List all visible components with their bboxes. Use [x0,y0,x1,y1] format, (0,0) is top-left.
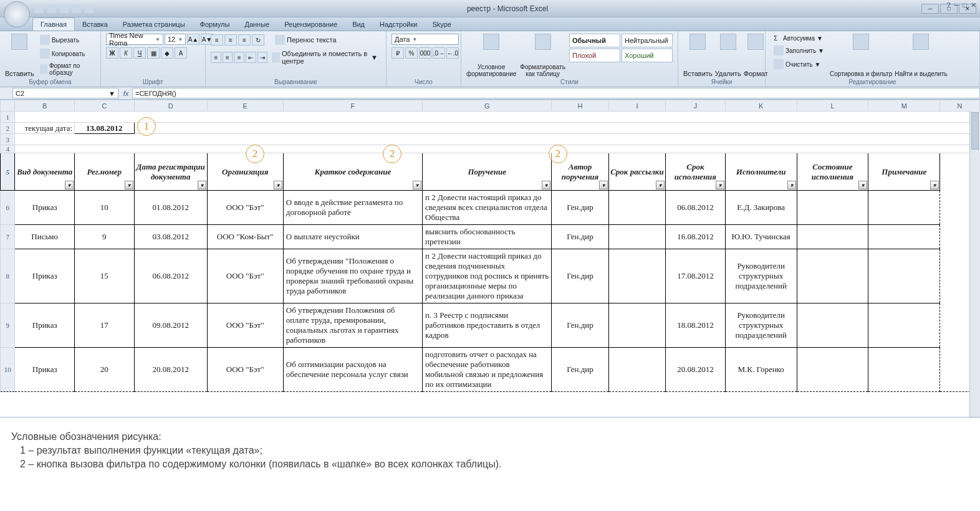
filter-btn-prim[interactable]: ▾ [930,181,939,189]
hdr-dreg[interactable]: Дата регистрации документа▾ [134,153,207,191]
cell[interactable] [608,303,665,348]
close-doc-icon[interactable]: ✕ [971,1,976,9]
row-hdr-1[interactable]: 1 [1,112,15,123]
current-date-label[interactable]: текущая дата: [15,123,75,134]
hdr-prim[interactable]: Примечание▾ [868,153,940,191]
cell[interactable]: 17 [75,303,135,348]
cell[interactable]: Об утверждении "Положения о порядке обуч… [283,249,422,303]
current-date-value[interactable]: 13.08.2012 [75,123,135,134]
cell[interactable]: Руководители структурных подразделений [725,303,797,348]
tab-home[interactable]: Главная [32,17,75,31]
hdr-srok[interactable]: Срок исполнения▾ [666,153,726,191]
cell[interactable]: Об оптимизации расходов на обеспечение п… [283,348,422,392]
cell[interactable]: 20.08.2012 [134,348,207,392]
orientation-icon[interactable]: ↻ [252,34,264,45]
cell[interactable] [868,249,940,303]
cell[interactable]: 09.08.2012 [134,303,207,348]
cell[interactable]: Приказ [15,348,75,392]
formula-input[interactable]: =СЕГОДНЯ() [132,88,980,98]
cell[interactable]: Письмо [15,225,75,249]
cell[interactable]: 17.08.2012 [666,249,726,303]
cell[interactable]: подготовить отчет о расходах на обеспече… [423,348,552,392]
cell[interactable]: 9 [75,225,135,249]
paste-button[interactable]: Вставить [5,70,34,77]
hdr-org[interactable]: Организация▾ [207,153,283,191]
cell[interactable] [608,348,665,392]
hdr-nom[interactable]: Рег.номер▾ [75,153,135,191]
worksheet-grid[interactable]: 1 2 2 2 B C D E F G H I J K [0,100,980,418]
wrap-text-button[interactable]: Перенос текста [272,34,340,46]
delete-cells-button[interactable]: Удалить [715,70,741,77]
col-K[interactable]: K [725,100,797,112]
filter-btn-vid[interactable]: ▾ [65,181,74,189]
cell[interactable]: 20.08.2012 [666,348,726,392]
cell[interactable]: 03.08.2012 [134,225,207,249]
cell[interactable] [797,249,868,303]
col-G[interactable]: G [423,100,552,112]
cell[interactable]: выяснить обоснованность претензии [423,225,552,249]
cell[interactable]: 15 [75,249,135,303]
cell[interactable]: Об утверждении Положения об оплате труда… [283,303,422,348]
cell[interactable]: п 2 Довести настоящий приказ до сведения… [423,249,552,303]
format-table-button[interactable]: Форматировать как таблицу [519,64,567,77]
indent-dec-icon[interactable]: ⇤ [246,52,256,63]
autosum-button[interactable]: Σ Автосумма▼ [771,34,827,43]
tab-addins[interactable]: Надстройки [372,18,425,31]
cell[interactable] [868,225,940,249]
redo-icon[interactable] [60,4,69,13]
cell[interactable]: О вводе в действие регламента по договор… [283,191,422,225]
filter-btn-isp[interactable]: ▾ [787,181,796,189]
name-box[interactable]: C2▼ [12,88,118,98]
cell[interactable]: Ген.дир [552,249,608,303]
insert-cells-icon[interactable] [689,34,706,50]
delete-cells-icon[interactable] [720,34,736,50]
cell[interactable]: Приказ [15,303,75,348]
copy-button[interactable]: Копировать [37,47,95,60]
vertical-scrollbar[interactable] [969,111,980,417]
cell[interactable]: 16.08.2012 [666,225,726,249]
hdr-sost[interactable]: Состояние исполнения▾ [797,153,868,191]
cell[interactable]: Приказ [15,191,75,225]
row-hdr[interactable]: 6 [1,191,15,225]
cell[interactable]: 06.08.2012 [134,249,207,303]
fx-icon[interactable]: fx [120,90,132,97]
cell[interactable] [868,303,940,348]
grow-font-icon[interactable]: A▲ [187,34,199,45]
filter-btn-org[interactable]: ▾ [274,181,282,189]
col-M[interactable]: M [868,100,940,112]
style-normal[interactable]: Обычный [569,34,620,47]
cell[interactable]: п. 3 Реестр с подписями работников предо… [423,303,552,348]
cell[interactable]: Ген.дир [552,191,608,225]
hdr-kratkoe[interactable]: Краткое содержание▾ [283,153,422,191]
cell[interactable]: О выплате неустойки [283,225,422,249]
hdr-rassylka[interactable]: Срок рассылки▾ [608,153,665,191]
cell[interactable]: 10 [75,191,135,225]
italic-button[interactable]: К [120,47,132,59]
cell[interactable]: 06.08.2012 [666,191,726,225]
col-J[interactable]: J [666,100,726,112]
bold-button[interactable]: Ж [106,47,118,59]
col-N[interactable]: N [940,100,980,112]
office-button[interactable] [4,1,30,27]
tab-formulas[interactable]: Формулы [193,18,238,31]
filter-btn-avtor[interactable]: ▾ [599,181,608,189]
number-format-combo[interactable]: Дата▼ [392,34,459,45]
cell[interactable] [608,191,665,225]
cell[interactable]: Ген.дир [552,348,608,392]
border-button[interactable]: ▦ [147,47,160,59]
cell[interactable]: ООО "Бэт" [207,249,283,303]
thousands-icon[interactable]: 000 [419,47,431,59]
scroll-thumb[interactable] [971,112,979,150]
tab-review[interactable]: Рецензирование [277,18,345,31]
min-ribbon-icon[interactable]: ─ [954,1,959,9]
hdr-isp[interactable]: Исполнители▾ [725,153,797,191]
cell[interactable] [797,303,868,348]
col-H[interactable]: H [552,100,608,112]
cell[interactable]: М.К. Горенко [725,348,797,392]
cell[interactable]: Приказ [15,249,75,303]
cell[interactable] [797,348,868,392]
format-painter-button[interactable]: Формат по образцу [37,61,95,77]
style-neutral[interactable]: Нейтральный [622,34,673,47]
tab-layout[interactable]: Разметка страницы [115,18,193,31]
cell[interactable]: ООО "Бэт" [207,191,283,225]
